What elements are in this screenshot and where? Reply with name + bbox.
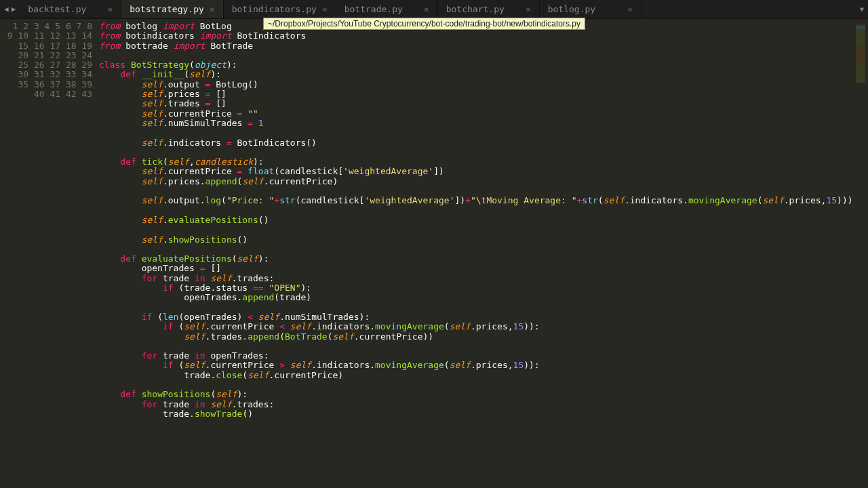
code-line: for trade in self.trades: <box>99 400 853 409</box>
code-line: trade.close(self.currentPrice) <box>99 371 853 380</box>
close-icon[interactable]: × <box>622 4 633 14</box>
code-line: self.prices.append(self.currentPrice) <box>99 177 853 186</box>
code-line: self.output.log("Price: "+str(candlestic… <box>99 196 853 205</box>
code-line <box>99 245 853 254</box>
code-line: class BotStrategy(object): <box>99 60 853 70</box>
code-line: self.trades = [] <box>99 99 853 108</box>
tab-label: backtest.py <box>28 4 102 14</box>
tab-backtest-py[interactable]: backtest.py× <box>20 0 121 18</box>
tab-label: botstrategy.py <box>130 4 204 14</box>
code-line: def tick(self,candlestick): <box>99 157 853 167</box>
tab-botstrategy-py[interactable]: botstrategy.py× <box>121 0 223 18</box>
tab-botindicators-py[interactable]: botindicators.py× <box>224 0 336 18</box>
code-line: self.currentPrice = float(candlestick['w… <box>99 167 853 176</box>
file-path-tooltip: ~/Dropbox/Projects/YouTube Cryptocurrenc… <box>263 18 585 30</box>
code-line: from bottrade import BotTrade <box>99 41 853 51</box>
code-line: self.currentPrice = "" <box>99 109 853 119</box>
code-line: from botindicators import BotIndicators <box>99 31 853 41</box>
minimap-content <box>856 22 865 83</box>
close-icon[interactable]: × <box>102 4 113 14</box>
code-line <box>99 51 853 60</box>
code-line: def evaluatePositions(self): <box>99 254 853 264</box>
nav-forward-icon[interactable]: ▶ <box>10 5 18 14</box>
close-icon[interactable]: × <box>204 4 215 14</box>
tab-label: botchart.py <box>446 4 520 14</box>
code-line: if (trade.status == "OPEN"): <box>99 283 853 293</box>
tab-botchart-py[interactable]: botchart.py× <box>438 0 540 18</box>
code-line: self.showPositions() <box>99 235 853 245</box>
code-line <box>99 148 853 157</box>
code-line: self.output = BotLog() <box>99 80 853 89</box>
code-line: if (self.currentPrice > self.indicators.… <box>99 361 853 370</box>
line-number-gutter: 1 2 3 4 5 6 7 8 9 10 11 12 13 14 15 16 1… <box>0 19 99 488</box>
close-icon[interactable]: × <box>520 4 531 14</box>
tab-dropdown-icon[interactable]: ▼ <box>856 0 868 18</box>
nav-arrows: ◀ ▶ <box>0 0 20 18</box>
close-icon[interactable]: × <box>418 4 429 14</box>
code-line <box>99 342 853 351</box>
tab-bottrade-py[interactable]: bottrade.py× <box>336 0 438 18</box>
code-line: for trade in openTrades: <box>99 351 853 361</box>
code-line <box>99 303 853 312</box>
code-line <box>99 128 853 138</box>
code-line <box>99 225 853 235</box>
minimap[interactable] <box>853 19 868 488</box>
code-line: trade.showTrade() <box>99 409 853 419</box>
tab-label: botlog.py <box>548 4 622 14</box>
tab-label: botindicators.py <box>232 4 317 14</box>
code-line <box>99 380 853 390</box>
code-line: if (self.currentPrice < self.indicators.… <box>99 322 853 331</box>
code-line: def showPositions(self): <box>99 390 853 399</box>
code-line: self.evaluatePositions() <box>99 216 853 225</box>
code-editor[interactable]: from botlog import BotLogfrom botindicat… <box>99 19 853 488</box>
code-line: for trade in self.trades: <box>99 274 853 283</box>
code-line: openTrades = [] <box>99 264 853 273</box>
code-line: self.prices = [] <box>99 89 853 99</box>
editor-container: 1 2 3 4 5 6 7 8 9 10 11 12 13 14 15 16 1… <box>0 19 868 488</box>
tab-botlog-py[interactable]: botlog.py× <box>540 0 642 18</box>
code-line: def __init__(self): <box>99 70 853 79</box>
tab-label: bottrade.py <box>344 4 418 14</box>
code-line <box>99 419 853 428</box>
code-line: self.indicators = BotIndicators() <box>99 138 853 148</box>
code-line: self.numSimulTrades = 1 <box>99 119 853 128</box>
code-line <box>99 206 853 216</box>
code-line: openTrades.append(trade) <box>99 293 853 302</box>
code-line: if (len(openTrades) < self.numSimulTrade… <box>99 312 853 322</box>
tab-bar: ◀ ▶ backtest.py×botstrategy.py×botindica… <box>0 0 868 19</box>
code-line <box>99 428 853 438</box>
code-line <box>99 186 853 196</box>
close-icon[interactable]: × <box>317 4 328 14</box>
code-line: self.trades.append(BotTrade(self.current… <box>99 332 853 342</box>
nav-back-icon[interactable]: ◀ <box>3 5 10 14</box>
